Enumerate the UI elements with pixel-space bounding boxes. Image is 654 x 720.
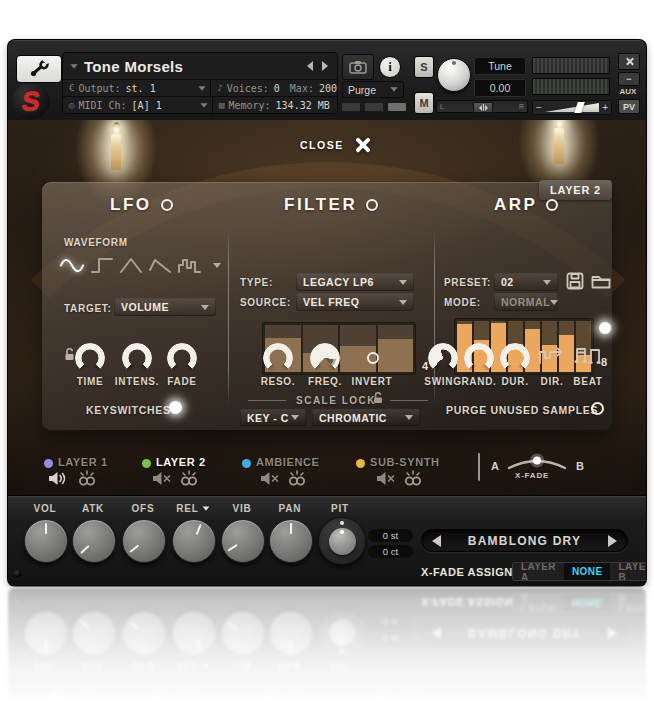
voices-value: 0 bbox=[274, 83, 280, 94]
articulation-selector[interactable]: BAMBLONG DRY bbox=[421, 529, 628, 552]
aux-button[interactable]: AUX bbox=[616, 87, 640, 96]
window-minimize-button[interactable]: − bbox=[618, 72, 640, 86]
window-close-button[interactable] bbox=[618, 53, 640, 70]
atk-knob[interactable] bbox=[72, 519, 116, 563]
pv-button[interactable]: PV bbox=[618, 99, 640, 114]
snapshot-camera-button[interactable] bbox=[342, 54, 374, 80]
plugin-window: S Tone Morsels € Output: st. 1 bbox=[8, 40, 646, 586]
xfade-option-none[interactable]: NONE bbox=[564, 563, 611, 580]
pan-handle[interactable] bbox=[473, 102, 493, 113]
window-reflection: S Tone Morsels € Output: st. 1 bbox=[8, 588, 646, 720]
arp-preset-dropdown[interactable]: 02 bbox=[494, 273, 558, 291]
articulation-prev-icon[interactable] bbox=[432, 535, 441, 547]
key-dropdown[interactable]: KEY - C bbox=[240, 409, 306, 426]
layer2-tab[interactable]: LAYER 2 bbox=[156, 456, 206, 468]
output-select[interactable]: € Output: st. 1 bbox=[63, 80, 211, 96]
keyswitches-toggle[interactable] bbox=[169, 401, 182, 414]
filter-source-label: SOURCE: bbox=[240, 297, 291, 308]
arp-direction-icon[interactable] bbox=[538, 345, 564, 367]
filter-frequency-knob[interactable] bbox=[310, 343, 340, 373]
close-editor-button[interactable]: CLOSE bbox=[300, 136, 372, 154]
lfo-intensity-knob[interactable] bbox=[122, 343, 152, 373]
lfo-lock-icon[interactable] bbox=[64, 348, 75, 361]
ofs-knob[interactable] bbox=[122, 519, 166, 563]
xfade-option-layer-b[interactable]: LAYER B bbox=[610, 563, 646, 580]
filter-invert-label: INVERT bbox=[342, 376, 402, 387]
scale-lock-icon[interactable] bbox=[373, 392, 383, 404]
rel-knob-label: REL bbox=[171, 503, 215, 514]
rel-curve-caret[interactable] bbox=[202, 506, 209, 510]
info-button[interactable]: i bbox=[379, 56, 401, 78]
purge-menu[interactable]: Purge bbox=[342, 81, 404, 98]
wrench-icon bbox=[28, 59, 50, 79]
layer2-link-icon[interactable] bbox=[178, 470, 200, 487]
pit-knob-label: PIT bbox=[318, 503, 362, 514]
instrument-dropdown-caret[interactable] bbox=[70, 64, 77, 69]
volume-slider[interactable]: − + bbox=[532, 100, 612, 115]
filter-resonance-knob[interactable] bbox=[263, 343, 293, 373]
pan-slider[interactable]: L R bbox=[436, 100, 528, 113]
prev-instrument-icon[interactable] bbox=[307, 61, 313, 71]
purge-unused-label: PURGE UNUSED SAMPLES bbox=[446, 404, 598, 416]
bottom-control-strip: VOL ATK OFS REL VIB PAN PIT 0 st 0 ct BA… bbox=[8, 495, 646, 586]
wrench-button[interactable] bbox=[16, 55, 62, 83]
arp-velocity-toggle[interactable] bbox=[599, 322, 611, 334]
volume-minus[interactable]: − bbox=[536, 102, 542, 113]
ambience-speaker-mute-icon[interactable] bbox=[260, 471, 280, 486]
layer1-link-icon[interactable] bbox=[76, 470, 98, 487]
midi-select[interactable]: ◎ MIDI Ch: [A] 1 bbox=[63, 97, 213, 113]
arp-swing-knob[interactable] bbox=[428, 343, 458, 373]
purge-unused-toggle[interactable] bbox=[591, 402, 604, 415]
max-label: Max: bbox=[290, 83, 314, 94]
lfo-fade-knob[interactable] bbox=[167, 343, 197, 373]
pit-knob[interactable] bbox=[318, 517, 366, 565]
layer2-speaker-mute-icon[interactable] bbox=[152, 471, 172, 486]
articulation-next-icon[interactable] bbox=[608, 535, 617, 547]
arp-duration-knob[interactable] bbox=[500, 343, 530, 373]
filter-power-toggle[interactable] bbox=[366, 199, 378, 211]
pan-knob-label: PAN bbox=[268, 503, 312, 514]
waveform-caret[interactable] bbox=[213, 263, 221, 268]
solo-button[interactable]: S bbox=[414, 56, 434, 78]
mute-button[interactable]: M bbox=[414, 92, 434, 114]
next-instrument-icon[interactable] bbox=[322, 61, 328, 71]
filter-type-dropdown[interactable]: LEGACY LP6 bbox=[296, 273, 414, 291]
tune-value-box[interactable]: 0.00 bbox=[474, 79, 526, 97]
arp-mode-dropdown[interactable]: NORMAL bbox=[494, 293, 558, 311]
rel-knob[interactable] bbox=[172, 519, 216, 563]
lfo-time-knob[interactable] bbox=[75, 343, 105, 373]
volume-plus[interactable]: + bbox=[602, 102, 608, 113]
pan-knob[interactable] bbox=[269, 519, 313, 563]
pitch-cents-field[interactable]: 0 ct bbox=[368, 545, 413, 558]
waveform-random-icon[interactable] bbox=[178, 257, 202, 274]
arp-power-toggle[interactable] bbox=[546, 199, 558, 211]
lfo-power-toggle[interactable] bbox=[161, 199, 173, 211]
ambience-tab[interactable]: AMBIENCE bbox=[256, 456, 319, 468]
load-preset-folder-icon[interactable] bbox=[591, 273, 611, 289]
arp-beat-icon[interactable] bbox=[573, 345, 603, 367]
filter-source-dropdown[interactable]: VEL FREQ bbox=[296, 293, 414, 311]
save-preset-icon[interactable] bbox=[566, 272, 584, 290]
tune-label-box: Tune bbox=[474, 57, 526, 75]
layer1-tab[interactable]: LAYER 1 bbox=[58, 456, 108, 468]
layer1-speaker-on-icon[interactable] bbox=[48, 471, 68, 486]
ambience-link-icon[interactable] bbox=[286, 470, 308, 487]
scale-dropdown[interactable]: CHROMATIC bbox=[312, 409, 420, 426]
instrument-title[interactable]: Tone Morsels bbox=[84, 58, 183, 75]
subsynth-speaker-mute-icon[interactable] bbox=[376, 471, 396, 486]
vib-knob[interactable] bbox=[221, 519, 265, 563]
subsynth-link-icon[interactable] bbox=[402, 470, 424, 487]
waveform-triangle-icon[interactable] bbox=[120, 257, 142, 274]
tune-knob[interactable] bbox=[437, 58, 471, 92]
arp-random-knob[interactable] bbox=[464, 343, 494, 373]
waveform-ramp-icon[interactable] bbox=[149, 257, 171, 274]
target-dropdown[interactable]: VOLUME bbox=[114, 298, 216, 316]
waveform-square-icon[interactable] bbox=[91, 257, 113, 274]
waveform-sine-icon[interactable] bbox=[60, 257, 84, 274]
xfade-option-layer-a[interactable]: LAYER A bbox=[513, 563, 564, 580]
subsynth-tab[interactable]: SUB-SYNTH bbox=[370, 456, 440, 468]
xfade-slider[interactable] bbox=[506, 452, 568, 472]
pitch-semitones-field[interactable]: 0 st bbox=[368, 529, 413, 542]
filter-invert-toggle[interactable] bbox=[367, 352, 379, 364]
vol-knob[interactable] bbox=[24, 519, 68, 563]
